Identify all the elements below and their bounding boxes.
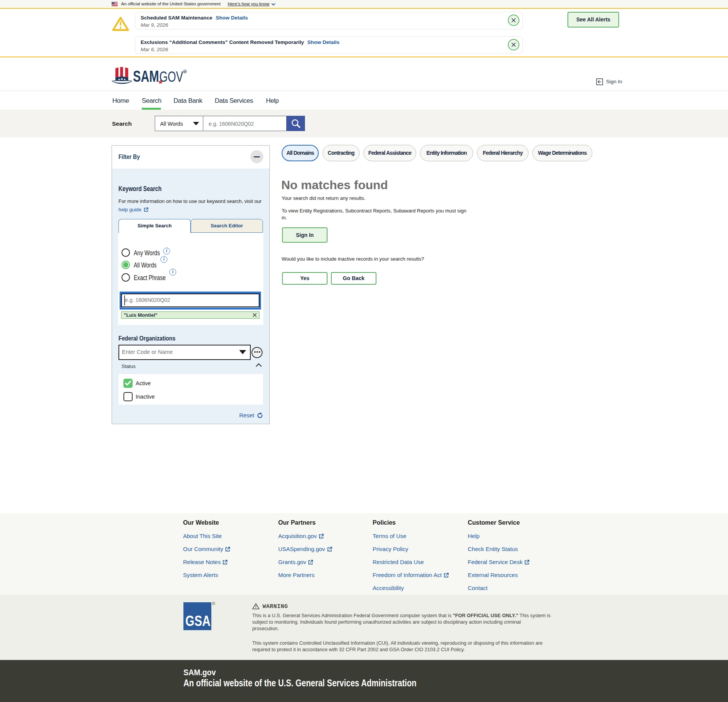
svg-text:R: R <box>184 70 186 73</box>
svg-text:GOV: GOV <box>159 69 183 85</box>
svg-text:SAM: SAM <box>133 67 159 85</box>
